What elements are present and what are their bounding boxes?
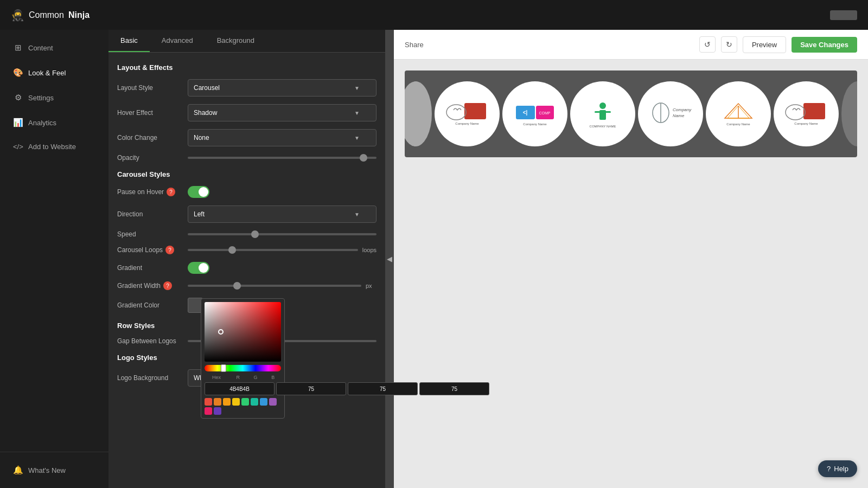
logo-img-1: Company Name bbox=[441, 88, 493, 140]
redo-button[interactable]: ↻ bbox=[721, 36, 737, 53]
speed-slider-container bbox=[188, 233, 376, 235]
hue-cursor bbox=[221, 364, 226, 372]
carousel-loops-slider[interactable] bbox=[188, 249, 358, 251]
layout-style-arrow: ▼ bbox=[354, 85, 360, 91]
share-button[interactable]: Share bbox=[405, 41, 424, 49]
g-input[interactable] bbox=[348, 382, 385, 395]
svg-text:Company: Company bbox=[673, 107, 692, 112]
preset-blue[interactable] bbox=[260, 398, 267, 406]
help-label: Help bbox=[834, 465, 848, 473]
layout-style-row: Layout Style Carousel ▼ bbox=[117, 79, 376, 97]
sidebar-label-settings: Settings bbox=[28, 94, 54, 102]
svg-rect-11 bbox=[605, 111, 611, 113]
logo-circle-2: <| COMP Company Name bbox=[502, 81, 567, 146]
color-change-value: None bbox=[194, 134, 209, 142]
tab-basic[interactable]: Basic bbox=[108, 30, 150, 52]
logo-circle-half-right bbox=[841, 81, 857, 146]
layout-style-select[interactable]: Carousel ▼ bbox=[188, 79, 376, 97]
gradient-width-slider[interactable] bbox=[188, 285, 361, 287]
preset-yellow[interactable] bbox=[232, 398, 240, 406]
hue-slider[interactable] bbox=[205, 365, 281, 371]
logo-background-label: Logo Background bbox=[117, 374, 182, 382]
undo-button[interactable]: ↺ bbox=[699, 36, 716, 53]
svg-point-1 bbox=[446, 105, 466, 120]
r-label: R bbox=[230, 375, 246, 380]
preset-green[interactable] bbox=[241, 398, 249, 406]
logo-circle-4: Company Name bbox=[638, 81, 703, 146]
speed-label: Speed bbox=[117, 230, 182, 238]
carousel-loops-row: Carousel Loops ? loops bbox=[117, 246, 376, 254]
b-label: B bbox=[265, 375, 281, 380]
sidebar-item-look-feel[interactable]: 🎨 Look & Feel bbox=[4, 61, 104, 84]
hex-input[interactable] bbox=[205, 382, 275, 395]
sidebar-label-whats-new: What's New bbox=[28, 466, 66, 474]
opacity-slider[interactable] bbox=[188, 157, 376, 159]
gradient-toggle[interactable] bbox=[188, 262, 209, 274]
svg-text:Name: Name bbox=[673, 113, 685, 118]
preview-button[interactable]: Preview bbox=[743, 36, 786, 53]
sidebar-item-add-to-website[interactable]: </> Add to Website bbox=[4, 136, 104, 157]
logo-circle-6: Company Name bbox=[774, 81, 839, 146]
sidebar-label-add-to-website: Add to Website bbox=[28, 143, 76, 151]
left-sidebar: ⊞ Content 🎨 Look & Feel ⚙ Settings 📊 Ana… bbox=[0, 30, 108, 488]
preset-red[interactable] bbox=[205, 398, 212, 406]
direction-row: Direction Left ▼ bbox=[117, 206, 376, 223]
logo-img-2: <| COMP Company Name bbox=[509, 88, 561, 140]
svg-text:Company Name: Company Name bbox=[523, 123, 547, 126]
r-input[interactable] bbox=[276, 382, 346, 395]
chart-icon: 📊 bbox=[13, 118, 23, 127]
hex-inputs bbox=[205, 382, 281, 395]
sidebar-item-analytics[interactable]: 📊 Analytics bbox=[4, 111, 104, 134]
help-button[interactable]: ? Help bbox=[818, 460, 857, 477]
tab-background[interactable]: Background bbox=[205, 30, 266, 52]
logo-text-common: Common bbox=[29, 10, 64, 20]
panel-collapse-btn[interactable]: ◀ bbox=[385, 30, 394, 488]
gradient-width-help[interactable]: ? bbox=[163, 281, 172, 290]
color-change-select[interactable]: None ▼ bbox=[188, 129, 376, 146]
svg-text:Company Name: Company Name bbox=[726, 123, 750, 126]
section-layout-effects: Layout & Effects bbox=[117, 63, 376, 72]
tab-advanced[interactable]: Advanced bbox=[150, 30, 205, 52]
svg-text:<|: <| bbox=[523, 110, 528, 115]
direction-select[interactable]: Left ▼ bbox=[188, 206, 376, 223]
logo-text-ninja: Ninja bbox=[68, 10, 90, 20]
pause-on-hover-help[interactable]: ? bbox=[167, 188, 175, 196]
carousel-loops-help[interactable]: ? bbox=[165, 246, 174, 254]
sidebar-item-settings[interactable]: ⚙ Settings bbox=[4, 86, 104, 109]
carousel-loops-label-container: Carousel Loops ? bbox=[117, 246, 182, 254]
hex-label: Hex bbox=[205, 375, 228, 380]
sidebar-item-whats-new[interactable]: 🔔 What's New bbox=[4, 459, 104, 481]
preset-teal[interactable] bbox=[251, 398, 258, 406]
preset-pink[interactable] bbox=[205, 407, 212, 415]
palette-icon: 🎨 bbox=[13, 68, 23, 78]
save-button[interactable]: Save Changes bbox=[792, 37, 857, 53]
svg-text:COMP: COMP bbox=[539, 111, 551, 115]
g-label: G bbox=[247, 375, 263, 380]
preset-orange[interactable] bbox=[214, 398, 221, 406]
panel-tabs: Basic Advanced Background bbox=[108, 30, 385, 53]
preview-toolbar: Share ↺ ↻ Preview Save Changes bbox=[394, 30, 868, 60]
direction-arrow: ▼ bbox=[354, 211, 360, 217]
svg-point-8 bbox=[599, 102, 606, 109]
speed-row: Speed bbox=[117, 230, 376, 238]
speed-slider[interactable] bbox=[188, 233, 376, 235]
sidebar-label-content: Content bbox=[28, 44, 53, 52]
settings-panel: Basic Advanced Background Layout & Effec… bbox=[108, 30, 385, 488]
color-gradient-area[interactable] bbox=[205, 302, 281, 362]
help-icon: ? bbox=[827, 465, 831, 473]
section-carousel-styles: Carousel Styles bbox=[117, 170, 376, 178]
color-change-arrow: ▼ bbox=[354, 135, 360, 141]
preset-deep-purple[interactable] bbox=[214, 407, 221, 415]
color-change-label: Color Change bbox=[117, 134, 182, 142]
sidebar-label-look-feel: Look & Feel bbox=[28, 69, 66, 77]
opacity-label: Opacity bbox=[117, 154, 182, 162]
sidebar-item-content[interactable]: ⊞ Content bbox=[4, 36, 104, 59]
hover-effect-label: Hover Effect bbox=[117, 109, 182, 117]
hover-effect-select[interactable]: Shadow ▼ bbox=[188, 104, 376, 121]
gradient-width-unit: px bbox=[366, 282, 376, 289]
preset-amber[interactable] bbox=[223, 398, 231, 406]
pause-on-hover-toggle[interactable] bbox=[188, 186, 209, 198]
layout-style-value: Carousel bbox=[194, 84, 220, 92]
preset-purple[interactable] bbox=[269, 398, 277, 406]
logo-img-5: Company Name bbox=[712, 88, 764, 140]
